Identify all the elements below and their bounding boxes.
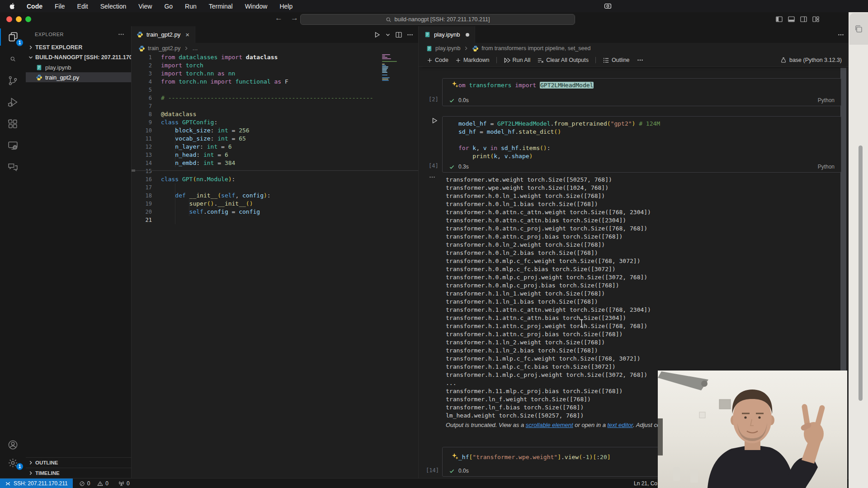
sidebar: EXPLORER TEST EXPLORERBUILD-NANOGPT [SSH…: [26, 26, 132, 478]
line-number: 14: [131, 159, 152, 167]
zoom-window-button[interactable]: [25, 16, 31, 22]
toolbar-clear-all-outputs-button[interactable]: Clear All Outputs: [537, 57, 589, 64]
section-build-nanogpt-ssh-207-211-170-[interactable]: BUILD-NANOGPT [SSH: 207.211.170....: [26, 52, 131, 62]
output-line: transformer.h.0.mlp.c_fc.bias torch.Size…: [446, 265, 651, 273]
editor-breadcrumb: train_gpt2.py…: [131, 43, 418, 54]
line-number: 11: [131, 135, 152, 143]
screen-record-icon[interactable]: [604, 2, 612, 10]
breadcrumb-item[interactable]: …: [192, 45, 198, 52]
webcam-overlay: [658, 371, 847, 488]
split-editor-button[interactable]: [395, 31, 402, 38]
toolbar-more-button[interactable]: [637, 56, 644, 64]
toolbar-code-button[interactable]: Code: [427, 57, 448, 63]
run-python-file-button[interactable]: [373, 31, 381, 38]
python-icon: [137, 31, 143, 38]
activity-settings[interactable]: 1: [0, 454, 26, 472]
problems-indicator[interactable]: 0 0: [79, 480, 108, 487]
toggle-panel[interactable]: [788, 15, 795, 23]
cell-exec-time: 0.0s: [458, 97, 469, 103]
line-number: 13: [131, 151, 152, 159]
ports-indicator[interactable]: 0: [118, 480, 130, 487]
toggle-primary-sidebar[interactable]: [775, 15, 783, 23]
cell-code[interactable]: model_hf = GPT2LMHeadModel.from_pretrain…: [443, 117, 841, 160]
code-text: n_layer: int = 6: [161, 143, 232, 151]
menu-edit[interactable]: Edit: [77, 3, 88, 10]
output-line: transformer.h.0.ln_2.bias torch.Size([76…: [446, 249, 651, 257]
line-number: 6: [131, 94, 152, 102]
customize-layout[interactable]: [812, 15, 820, 23]
text-editor-link[interactable]: text editor: [607, 422, 633, 428]
code-line: 10 block_size: int = 256: [131, 127, 418, 135]
minimap[interactable]: [382, 54, 398, 83]
activity-comments[interactable]: [0, 156, 26, 178]
code-line: 4from torch.nn import functional as F: [131, 78, 418, 86]
forward-button[interactable]: →: [291, 14, 298, 23]
menu-selection[interactable]: Selection: [100, 3, 127, 10]
toolbar-markdown-button[interactable]: Markdown: [455, 57, 490, 63]
breadcrumb-item[interactable]: train_gpt2.py: [148, 45, 180, 52]
menu-run[interactable]: Run: [185, 3, 197, 10]
toolbar-outline-button[interactable]: Outline: [603, 57, 630, 64]
collapse-output-button[interactable]: [429, 174, 436, 181]
section-timeline[interactable]: TIMELINE: [26, 468, 131, 478]
kernel-picker[interactable]: base (Python 3.12.3): [780, 54, 842, 66]
activity-run-debug[interactable]: [0, 91, 26, 113]
remote-indicator[interactable]: SSH: 207.211.170.211: [0, 479, 73, 488]
menu-help[interactable]: Help: [279, 3, 292, 10]
output-line: transformer.h.0.mlp.c_proj.weight torch.…: [446, 273, 651, 282]
explorer-more-icon[interactable]: [118, 31, 125, 38]
run-cell-button[interactable]: [431, 117, 438, 124]
editor-more-button[interactable]: [406, 31, 414, 38]
minimap-line: [382, 57, 387, 58]
notebook-cell[interactable]: model_hf = GPT2LMHeadModel.from_pretrain…: [442, 116, 841, 173]
activity-accounts[interactable]: [0, 436, 26, 454]
close-icon[interactable]: ×: [185, 31, 189, 38]
layout-buttons: [775, 15, 820, 23]
activity-remote-explorer[interactable]: [0, 135, 26, 156]
notebook-cell[interactable]: om transformers import GPT2LMHeadModel0.…: [442, 78, 841, 106]
cell-code[interactable]: om transformers import GPT2LMHeadModel: [443, 79, 841, 89]
cell-code-line: print(k, v.shape): [458, 152, 841, 160]
file-play-ipynb[interactable]: play.ipynb: [26, 62, 131, 72]
cell-language[interactable]: Python: [818, 164, 835, 170]
error-icon: [79, 481, 85, 487]
python-icon: [36, 74, 42, 81]
section-test-explorer[interactable]: TEST EXPLORER: [26, 42, 131, 52]
run-dropdown-button[interactable]: [385, 32, 391, 38]
line-number: 7: [131, 102, 152, 110]
apple-icon[interactable]: [9, 3, 16, 9]
back-button[interactable]: ←: [275, 14, 283, 23]
tab-train-gpt2[interactable]: train_gpt2.py ×: [131, 26, 195, 43]
close-window-button[interactable]: [6, 16, 12, 22]
section-outline[interactable]: OUTLINE: [26, 457, 131, 468]
code-line: 21: [131, 216, 418, 224]
chevron-right-icon: [28, 460, 34, 466]
menu-window[interactable]: Window: [245, 3, 268, 10]
toolbar-run-all-button[interactable]: Run All: [504, 57, 531, 64]
cursor-position[interactable]: Ln 21, Co: [634, 480, 657, 487]
output-line: lm_head.weight torch.Size([50257, 768]): [446, 412, 651, 420]
command-center[interactable]: build-nanogpt [SSH: 207.211.170.211]: [300, 14, 575, 25]
menu-terminal[interactable]: Terminal: [209, 3, 233, 10]
toggle-secondary-sidebar[interactable]: [800, 15, 807, 23]
menu-file[interactable]: File: [55, 3, 65, 10]
scrollable-element-link[interactable]: scrollable element: [526, 422, 573, 428]
cell-language[interactable]: Python: [818, 97, 835, 103]
code-editor[interactable]: 1from dataclasses import dataclass2impor…: [131, 53, 418, 224]
activity-source-control[interactable]: [0, 70, 26, 91]
menu-view[interactable]: View: [138, 3, 152, 10]
section-label: TIMELINE: [35, 470, 60, 476]
cell-code-line: sd_hf = model_hf.state_dict(): [458, 128, 841, 136]
menu-code[interactable]: Code: [27, 3, 42, 10]
minimize-window-button[interactable]: [16, 16, 22, 22]
editor-actions: [373, 31, 418, 38]
activity-search[interactable]: [0, 48, 26, 70]
line-number: 8: [131, 110, 152, 118]
activity-explorer[interactable]: 1: [0, 26, 26, 48]
file-train-gpt2-py[interactable]: train_gpt2.py: [26, 72, 131, 82]
line-number: 18: [131, 192, 152, 200]
background-scrollbar[interactable]: [859, 145, 863, 401]
activity-extensions[interactable]: [0, 113, 26, 135]
execution-count: [2]: [429, 96, 439, 103]
menu-go[interactable]: Go: [164, 3, 173, 10]
